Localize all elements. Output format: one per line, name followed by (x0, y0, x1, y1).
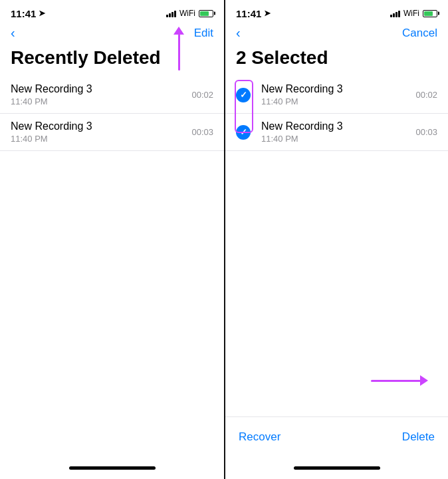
wifi-icon-left: WiFi (179, 9, 195, 18)
signal-right (390, 9, 400, 17)
left-panel: 11:41 ➤ WiFi ‹ Edit Recently Deleted New… (0, 0, 224, 479)
recording-time-1-right: 11:40 PM (261, 96, 415, 106)
signal-bar-3 (171, 12, 173, 17)
battery-icon-left (199, 10, 213, 17)
recording-time-2-left: 11:40 PM (11, 134, 191, 144)
back-button-right[interactable]: ‹ (236, 25, 241, 41)
recording-list-left: New Recording 3 11:40 PM 00:02 New Recor… (0, 77, 224, 267)
edit-button[interactable]: Edit (194, 27, 213, 40)
recording-content-2-right: New Recording 3 11:40 PM (261, 120, 415, 144)
recording-content-1-left: New Recording 3 11:40 PM (11, 83, 191, 106)
signal-bar-r1 (390, 15, 392, 17)
back-button-left[interactable]: ‹ (11, 25, 15, 41)
time-left: 11:41 ➤ (11, 8, 45, 19)
cancel-button[interactable]: Cancel (402, 27, 437, 40)
checkbox-checked-2 (236, 125, 251, 140)
time-right: 11:41 ➤ (236, 8, 271, 19)
delete-button[interactable]: Delete (402, 430, 435, 444)
recover-button[interactable]: Recover (239, 430, 280, 444)
status-icons-left: WiFi (166, 9, 213, 18)
status-bar-left: 11:41 ➤ WiFi (0, 0, 224, 24)
recording-name-1-right: New Recording 3 (261, 83, 415, 95)
recording-list-right: New Recording 3 11:40 PM 00:02 New Recor… (225, 77, 448, 247)
signal-bar-r4 (398, 11, 400, 17)
recording-item-1-right[interactable]: New Recording 3 11:40 PM 00:02 (225, 77, 448, 114)
battery-fill-left (200, 11, 209, 16)
page-title-right: 2 Selected (225, 45, 448, 77)
recording-duration-1-right: 00:02 (415, 90, 437, 100)
checkbox-1[interactable] (236, 88, 256, 102)
recording-duration-1-left: 00:02 (191, 90, 213, 100)
recording-name-1-left: New Recording 3 (11, 83, 191, 95)
home-indicator-left (0, 456, 224, 479)
location-icon-right: ➤ (264, 9, 271, 18)
recording-item-1-left[interactable]: New Recording 3 11:40 PM 00:02 (0, 77, 224, 114)
recording-duration-2-left: 00:03 (191, 127, 213, 137)
signal-bar-1 (166, 15, 168, 17)
signal-bar-r2 (393, 13, 395, 17)
location-icon-left: ➤ (39, 9, 45, 18)
right-panel: 11:41 ➤ WiFi ‹ Cancel 2 Selected (224, 0, 448, 479)
arrow-line-right (371, 380, 421, 382)
nav-bar-right: ‹ Cancel (225, 24, 448, 45)
battery-fill-right (424, 11, 433, 16)
arrow-line-up (178, 34, 180, 71)
signal-bar-2 (169, 13, 171, 17)
status-icons-right: WiFi (390, 9, 437, 18)
home-bar-right (294, 466, 380, 470)
wifi-icon-right: WiFi (403, 9, 419, 18)
checkbox-2[interactable] (236, 125, 256, 140)
clock-left: 11:41 (11, 8, 36, 19)
recording-item-2-left[interactable]: New Recording 3 11:40 PM 00:03 (0, 114, 224, 151)
bottom-bar-right: Recover Delete (225, 416, 448, 456)
recording-name-2-left: New Recording 3 (11, 120, 191, 132)
arrow-head-right (420, 375, 428, 386)
signal-bar-4 (174, 11, 176, 17)
home-indicator-right (225, 456, 448, 479)
signal-left (166, 9, 176, 17)
home-bar-left (69, 466, 156, 470)
signal-bar-r3 (395, 12, 397, 17)
clock-right: 11:41 (236, 8, 261, 19)
nav-bar-left: ‹ Edit (0, 24, 224, 45)
page-title-left: Recently Deleted (0, 45, 224, 77)
annotation-arrow-up (173, 27, 184, 71)
recording-item-2-right[interactable]: New Recording 3 11:40 PM 00:03 (225, 114, 448, 151)
recording-duration-2-right: 00:03 (415, 127, 437, 137)
battery-icon-right (423, 10, 437, 17)
status-bar-right: 11:41 ➤ WiFi (225, 0, 448, 24)
recording-time-1-left: 11:40 PM (11, 96, 191, 106)
annotation-arrow-right (371, 375, 428, 386)
recording-name-2-right: New Recording 3 (261, 120, 415, 132)
checkbox-checked-1 (236, 88, 251, 102)
recording-content-1-right: New Recording 3 11:40 PM (261, 83, 415, 106)
recording-time-2-right: 11:40 PM (261, 134, 415, 144)
recording-content-2-left: New Recording 3 11:40 PM (11, 120, 191, 144)
